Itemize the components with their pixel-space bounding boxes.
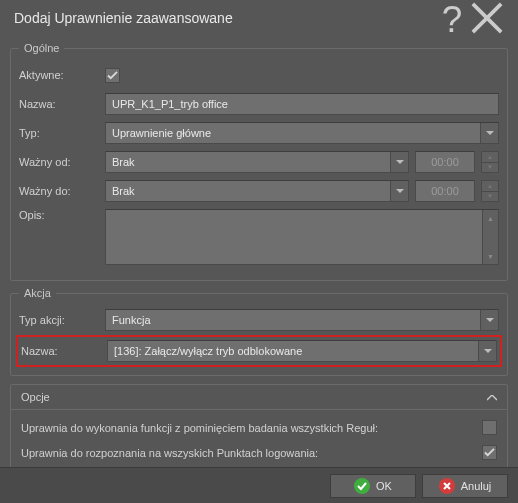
titlebar: Dodaj Uprawnienie zaawansowane ? [0,0,518,36]
combo-action-name-value: [136]: Załącz/wyłącz tryb odblokowane [114,345,490,357]
combo-valid-to-value: Brak [112,185,402,197]
chevron-up-icon [487,391,497,403]
group-action: Akcja Typ akcji: Funkcja Nazwa: [10,287,508,376]
footer: OK Anuluj [0,467,518,503]
check-icon [354,478,370,494]
scrollbar[interactable]: ▲ ▼ [482,210,498,264]
label-type: Typ: [19,127,105,139]
group-general-legend: Ogólne [19,42,64,54]
options-body: Uprawnia do wykonania funkcji z pominięc… [10,410,508,467]
chevron-down-icon [480,123,498,143]
content-area: Ogólne Aktywne: Nazwa: Typ: [0,36,518,467]
checkbox-active[interactable] [105,68,120,83]
combo-action-type[interactable]: Funkcja [105,309,499,331]
time-valid-to[interactable]: 00:00 [415,180,475,202]
dialog-window: Dodaj Uprawnienie zaawansowane ? Ogólne … [0,0,518,503]
scroll-track [483,226,498,248]
time-valid-from[interactable]: 00:00 [415,151,475,173]
group-general: Ogólne Aktywne: Nazwa: Typ: [10,42,508,281]
ok-button-label: OK [376,480,392,492]
chevron-down-icon [390,152,408,172]
label-active: Aktywne: [19,69,105,81]
chevron-up-icon: ▲ [482,152,498,163]
highlighted-row: Nazwa: [136]: Załącz/wyłącz tryb odbloko… [16,335,502,367]
combo-type[interactable]: Uprawnienie główne [105,122,499,144]
combo-action-type-value: Funkcja [112,314,492,326]
label-description: Opis: [19,209,105,221]
textarea-description[interactable] [105,209,499,265]
option-label-2: Uprawnia do rozpoznania na wszyskich Pun… [21,447,482,459]
label-action-type: Typ akcji: [19,314,105,326]
cancel-button[interactable]: Anuluj [422,474,508,498]
checkbox-option-2[interactable] [482,445,497,460]
options-header-label: Opcje [21,391,487,403]
option-row-2: Uprawnia do rozpoznania na wszyskich Pun… [21,445,497,460]
option-label-1: Uprawnia do wykonania funkcji z pominięc… [21,422,482,434]
input-name[interactable] [105,93,499,115]
cancel-button-label: Anuluj [461,480,492,492]
chevron-down-icon: ▼ [482,192,498,202]
window-title: Dodaj Uprawnienie zaawansowane [14,10,436,26]
combo-valid-to[interactable]: Brak [105,180,409,202]
chevron-down-icon [480,310,498,330]
close-button[interactable] [470,4,504,32]
spinner-valid-from[interactable]: ▲ ▼ [481,151,499,173]
chevron-up-icon: ▲ [482,181,498,192]
close-icon [439,478,455,494]
chevron-down-icon [478,341,496,361]
combo-valid-from-value: Brak [112,156,402,168]
ok-button[interactable]: OK [330,474,416,498]
combo-type-value: Uprawnienie główne [112,127,492,139]
option-row-1: Uprawnia do wykonania funkcji z pominięc… [21,420,497,435]
chevron-down-icon [390,181,408,201]
combo-action-name[interactable]: [136]: Załącz/wyłącz tryb odblokowane [107,340,497,362]
spinner-valid-to[interactable]: ▲ ▼ [481,180,499,202]
label-action-name: Nazwa: [21,345,107,357]
help-button[interactable]: ? [436,4,470,32]
group-action-legend: Akcja [19,287,56,299]
scroll-down-icon: ▼ [483,248,498,264]
combo-valid-from[interactable]: Brak [105,151,409,173]
label-valid-to: Ważny do: [19,185,105,197]
label-name: Nazwa: [19,98,105,110]
checkbox-option-1[interactable] [482,420,497,435]
chevron-down-icon: ▼ [482,163,498,173]
options-header[interactable]: Opcje [10,384,508,410]
svg-text:?: ? [442,1,462,35]
label-valid-from: Ważny od: [19,156,105,168]
scroll-up-icon: ▲ [483,210,498,226]
